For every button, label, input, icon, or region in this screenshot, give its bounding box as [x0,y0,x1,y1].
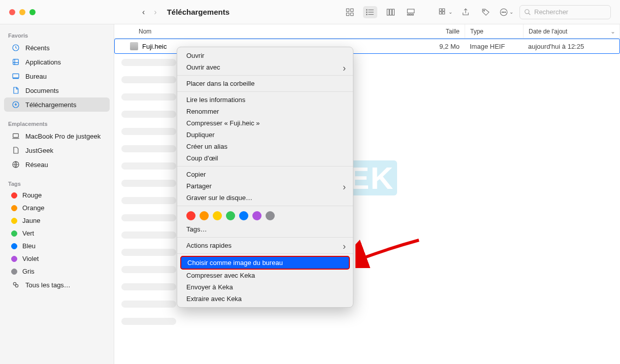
sidebar-item-recents[interactable]: Récents [4,41,110,55]
stack-icon [438,8,447,17]
separator [177,206,353,206]
forward-button[interactable]: › [154,8,156,17]
ctx-tag-colors [177,208,353,223]
close-window-button[interactable] [9,9,15,15]
maximize-window-button[interactable] [29,9,36,15]
sidebar-item-label: Réseau [25,161,48,169]
svg-point-24 [503,12,504,13]
sidebar-item-label: JustGeek [25,147,53,154]
ctx-burn[interactable]: Graver sur le disque… [177,192,353,204]
group-button[interactable]: ⌄ [438,6,452,18]
tag-dot-icon [11,205,17,211]
svg-point-21 [483,10,484,11]
sidebar-item-label: Gris [22,268,35,275]
file-size: 9,2 Mo [414,43,465,50]
svg-rect-10 [387,9,389,15]
ctx-tag-color[interactable] [200,211,209,220]
column-type[interactable]: Type [465,24,524,38]
sidebar-tag-item[interactable]: Jaune [4,214,110,227]
action-group: ⌄ ⌄ [438,6,513,18]
locations-header: Emplacements [0,118,114,129]
ctx-share[interactable]: Partager [177,180,353,192]
sidebar-item-downloads[interactable]: Téléchargements [4,97,110,112]
sidebar-tag-item[interactable]: Violet [4,252,110,265]
context-menu: Ouvrir Ouvrir avec Placer dans la corbei… [177,47,353,308]
svg-point-37 [15,284,18,287]
sidebar-item-justgeek[interactable]: JustGeek [4,143,110,157]
tag-dot-icon [11,256,17,262]
column-date[interactable]: Date de l'ajout⌄ [524,24,620,38]
ctx-set-wallpaper[interactable]: Choisir comme image du bureau [180,256,350,270]
document-icon [11,146,20,155]
sidebar-item-label: Jaune [22,217,40,224]
back-button[interactable]: ‹ [142,8,145,17]
separator [177,237,353,238]
column-headers: Nom Taille Type Date de l'ajout⌄ [114,24,620,39]
svg-line-27 [529,13,531,15]
svg-rect-13 [407,9,414,13]
tag-button[interactable] [479,6,493,18]
share-button[interactable] [459,6,473,18]
ctx-tag-color[interactable] [186,211,195,220]
ctx-tag-color[interactable] [266,211,275,220]
sidebar-item-network[interactable]: Réseau [4,157,110,172]
column-size[interactable]: Taille [414,24,465,38]
list-view-button[interactable] [363,6,377,18]
ctx-compress[interactable]: Compresser « Fuji.heic » [177,117,353,129]
ctx-compress-keka[interactable]: Compresser avec Keka [177,270,353,281]
ctx-tag-color[interactable] [252,211,262,220]
sidebar-tag-item[interactable]: Bleu [4,240,110,252]
search-field[interactable]: Rechercher [519,5,611,19]
column-view-button[interactable] [383,6,398,18]
window-controls [9,9,36,15]
desktop-icon [11,72,20,81]
ctx-rename[interactable]: Renommer [177,106,353,117]
window-title: Téléchargements [167,8,230,16]
sidebar-item-label: Téléchargements [25,101,76,109]
separator [177,91,353,92]
sidebar-tag-item[interactable]: Orange [4,202,110,214]
ctx-tag-color[interactable] [226,211,235,220]
ctx-open[interactable]: Ouvrir [177,50,353,61]
file-name: Fuji.heic [142,43,167,50]
minimize-window-button[interactable] [19,9,25,15]
sidebar-tag-item[interactable]: Vert [4,227,110,240]
gallery-icon [406,8,415,17]
column-name[interactable]: Nom [114,24,414,38]
ctx-open-with[interactable]: Ouvrir avec [177,61,353,73]
sidebar-tag-item[interactable]: Rouge [4,189,110,202]
ctx-copy[interactable]: Copier [177,169,353,180]
tag-dot-icon [11,218,17,224]
apps-icon [11,57,20,67]
svg-rect-29 [13,59,19,65]
ctx-get-info[interactable]: Lire les informations [177,94,353,106]
ctx-alias[interactable]: Créer un alias [177,141,353,152]
svg-rect-14 [407,14,409,15]
ctx-extract-keka[interactable]: Extraire avec Keka [177,293,353,305]
svg-rect-2 [346,13,349,15]
clock-icon [11,43,20,52]
ctx-tags[interactable]: Tags… [177,223,353,235]
svg-point-8 [367,12,368,13]
ctx-duplicate[interactable]: Dupliquer [177,129,353,141]
sidebar-tag-item[interactable]: Gris [4,265,110,278]
ctx-tag-color[interactable] [213,211,222,220]
chevron-down-icon: ⌄ [610,28,615,35]
icon-view-button[interactable] [343,6,357,18]
sidebar-item-all-tags[interactable]: Tous les tags… [4,278,110,292]
sidebar-item-documents[interactable]: Documents [4,83,110,97]
more-button[interactable]: ⌄ [499,6,513,18]
sidebar-item-macbook[interactable]: MacBook Pro de justgeek [4,129,110,143]
ctx-quicklook[interactable]: Coup d'œil [177,152,353,164]
ctx-quick-actions[interactable]: Actions rapides [177,240,353,251]
ctx-trash[interactable]: Placer dans la corbeille [177,78,353,89]
sidebar-item-desktop[interactable]: Bureau [4,69,110,83]
ctx-tag-color[interactable] [239,211,248,220]
ctx-send-keka[interactable]: Envoyer à Keka [177,281,353,293]
sidebar-item-applications[interactable]: Applications [4,55,110,69]
sidebar-item-label: Tous les tags… [25,281,71,289]
gallery-view-button[interactable] [404,6,418,18]
tags-header: Tags [0,178,114,189]
titlebar: ‹ › Téléchargements ⌄ ⌄ Rec [0,0,620,24]
svg-rect-11 [390,9,392,15]
